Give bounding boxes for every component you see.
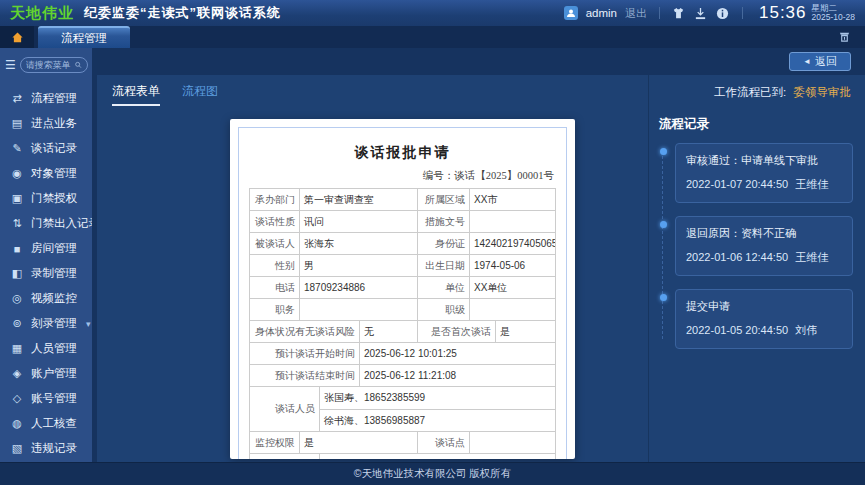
clock-date: 2025-10-28 [812, 13, 855, 22]
back-arrow-icon: ◄ [803, 57, 811, 66]
form-field-label: 预计谈话开始时间 [250, 343, 360, 365]
content-panel: 流程表单 流程图 谈话报批申请 编号：谈话【2025】00001号 承办部门第一… [97, 75, 865, 462]
form-field-label: 所属区域 [418, 189, 470, 211]
logout-button[interactable]: 退出 [625, 6, 647, 21]
form-row: 预计谈话结束时间2025-06-12 11:21:08 [250, 365, 556, 387]
sidebar-item-personnel-manage[interactable]: ▦人员管理 [0, 336, 92, 361]
form-field-label: 谈话人员 [250, 387, 320, 432]
form-title: 谈话报批申请 [249, 144, 556, 162]
form-field-label: 承办部门 [250, 189, 300, 211]
workflow-icon: ⇄ [10, 92, 24, 105]
sidebar-item-entry-business[interactable]: ▤进点业务 [0, 111, 92, 136]
form-row [250, 454, 556, 459]
form-row: 身体状况有无谈话风险无是否首次谈话是 [250, 321, 556, 343]
form-field-label: 措施文号 [418, 211, 470, 233]
system-title: 纪委监委“走读式”联网谈话系统 [84, 4, 281, 22]
disc-burn-icon: ⊚ [10, 317, 24, 330]
search-icon [75, 61, 82, 69]
main-area: ◄ 返回 流程表单 流程图 谈话报批申请 编号：谈话【2025】00001号 承… [92, 48, 865, 462]
recording-manage-icon: ◧ [10, 267, 24, 280]
violation-record-icon: ▧ [10, 442, 24, 455]
form-field-value: 18709234886 [300, 277, 418, 299]
tab-process-form[interactable]: 流程表单 [112, 83, 160, 106]
collapse-menu-icon[interactable]: ☰ [5, 59, 16, 71]
clear-tabs-icon[interactable] [838, 30, 851, 43]
record-user: 刘伟 [795, 324, 817, 336]
record-meta: 2022-01-05 20:44:50刘伟 [686, 323, 842, 338]
form-field-value: 142402197405065122 [470, 233, 556, 255]
tab-process-management[interactable]: 流程管理 [38, 26, 130, 48]
sidebar-item-access-log[interactable]: ⇅门禁出入记录 [0, 211, 92, 236]
form-field-value: 张海东 [300, 233, 418, 255]
record-time: 2022-01-05 20:44:50 [686, 324, 788, 336]
form-field-value: 2025-06-12 11:21:08 [360, 365, 556, 387]
manual-check-icon: ◍ [10, 417, 24, 430]
copyright-text: ©天地伟业技术有限公司 版权所有 [354, 467, 512, 481]
form-field-value [470, 211, 556, 233]
sidebar-item-interview-record[interactable]: ✎谈话记录 [0, 136, 92, 161]
download-icon[interactable] [694, 6, 708, 20]
form-field-value: 徐书海、13856985887 [320, 409, 555, 431]
form-field-value [320, 454, 556, 459]
sidebar-item-recording-manage[interactable]: ◧录制管理 [0, 261, 92, 286]
sidebar-item-label: 账户管理 [31, 366, 77, 381]
form-field-value: 1974-05-06 [470, 255, 556, 277]
sidebar-item-subject-manage[interactable]: ◉对象管理 [0, 161, 92, 186]
sidebar-item-manual-check[interactable]: ◍人工核查 [0, 411, 92, 436]
workflow-status-label: 工作流程已到: [714, 86, 786, 98]
form-field-label: 是否首次谈话 [418, 321, 496, 343]
record-card: 审核通过：申请单线下审批2022-01-07 20:44:50王维佳 [675, 143, 853, 203]
subject-manage-icon: ◉ [10, 167, 24, 180]
sidebar-item-disc-burn[interactable]: ⊚刻录管理▾ [0, 311, 92, 336]
theme-skin-icon[interactable] [672, 6, 686, 20]
access-log-icon: ⇅ [10, 217, 24, 230]
sidebar-item-access-auth[interactable]: ▣门禁授权 [0, 186, 92, 211]
info-icon[interactable] [716, 6, 730, 20]
record-user: 王维佳 [795, 251, 828, 263]
sidebar-item-label: 人员管理 [31, 341, 77, 356]
approval-form-frame: 谈话报批申请 编号：谈话【2025】00001号 承办部门第一审查调查室所属区域… [238, 127, 567, 459]
form-field-label: 单位 [418, 277, 470, 299]
account-manage-icon: ◈ [10, 367, 24, 380]
sidebar-item-username-manage[interactable]: ◇账号管理 [0, 386, 92, 411]
timeline-dot-icon [660, 221, 667, 228]
sidebar-item-workflow[interactable]: ⇄流程管理 [0, 86, 92, 111]
tab-process-diagram[interactable]: 流程图 [182, 83, 218, 104]
back-button[interactable]: ◄ 返回 [789, 52, 851, 71]
workflow-status: 工作流程已到: 委领导审批 [659, 85, 853, 100]
sidebar-item-video-monitor[interactable]: ◎视频监控 [0, 286, 92, 311]
clock-time: 15:36 [759, 3, 807, 23]
record-card: 退回原因：资料不正确2022-01-06 12:44:50王维佳 [675, 216, 853, 276]
entry-business-icon: ▤ [10, 117, 24, 130]
sidebar-item-label: 谈话记录 [31, 141, 77, 156]
record-meta: 2022-01-06 12:44:50王维佳 [686, 250, 842, 265]
form-field-label: 身体状况有无谈话风险 [250, 321, 360, 343]
menu-search-box [20, 57, 88, 73]
home-icon[interactable] [0, 26, 34, 48]
sidebar-item-violation-record[interactable]: ▧违规记录 [0, 436, 92, 461]
record-text: 退回原因：资料不正确 [686, 226, 842, 241]
approval-form-card: 谈话报批申请 编号：谈话【2025】00001号 承办部门第一审查调查室所属区域… [230, 119, 575, 459]
records-timeline: 审核通过：申请单线下审批2022-01-07 20:44:50王维佳退回原因：资… [659, 143, 853, 349]
form-row: 职务职级 [250, 299, 556, 321]
form-field-label: 职务 [250, 299, 300, 321]
form-field-value: 讯问 [300, 211, 418, 233]
form-field-value: 无 [360, 321, 418, 343]
workflow-status-value: 委领导审批 [794, 86, 852, 98]
records-heading: 流程记录 [659, 116, 853, 133]
timeline-dot-icon [660, 148, 667, 155]
header-divider [742, 7, 743, 19]
form-field-label: 性别 [250, 255, 300, 277]
user-avatar-icon [564, 6, 578, 20]
form-field-label: 监控权限 [250, 432, 300, 454]
sidebar-item-account-manage[interactable]: ◈账户管理 [0, 361, 92, 386]
brand-logo: 天地伟业 [10, 4, 74, 23]
form-field-label: 预计谈话结束时间 [250, 365, 360, 387]
form-field-label: 谈话点 [418, 432, 470, 454]
sidebar-item-label: 门禁授权 [31, 191, 77, 206]
username-manage-icon: ◇ [10, 392, 24, 405]
form-field-label [250, 454, 320, 459]
menu-search-input[interactable] [26, 60, 73, 70]
header-divider [659, 7, 660, 19]
sidebar-item-room-manage[interactable]: ■房间管理 [0, 236, 92, 261]
